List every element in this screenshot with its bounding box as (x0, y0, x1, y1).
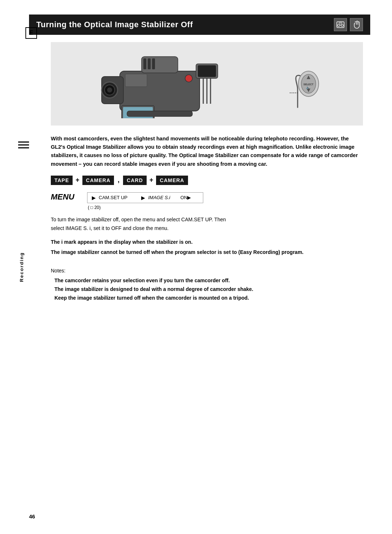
header-icons (334, 18, 363, 31)
svg-rect-19 (148, 58, 151, 69)
menu-label: MENU (51, 192, 80, 202)
plus-1: + (75, 176, 79, 184)
menu-right-arrow: ▶ (141, 195, 145, 201)
svg-rect-18 (143, 58, 146, 69)
image-si-text: IMAGE S.i (148, 195, 170, 200)
side-label: Recording (19, 252, 24, 282)
notes-section: Notes: The camcorder retains your select… (51, 268, 370, 302)
camera-illustration: SELECT 🔊 (51, 42, 363, 126)
menu-box: ▶ CAM.SET UP ▶ IMAGE S.i ON▶ (87, 192, 203, 203)
plus-2: + (150, 176, 154, 184)
body-text: With most camcorders, even the slightest… (51, 135, 363, 168)
cam-set-up-text: CAM.SET UP (99, 195, 127, 200)
svg-rect-11 (142, 57, 178, 73)
tape-label: TAPE (51, 176, 73, 185)
formula-row: TAPE + CAMERA , CARD + CAMERA (51, 176, 370, 185)
menu-content: ▶ CAM.SET UP ▶ IMAGE S.i ON▶ ( □ 20) (87, 192, 203, 210)
camera-1-label: CAMERA (82, 176, 114, 185)
notes-item-1: The camcorder retains your selection eve… (54, 276, 370, 285)
svg-rect-10 (198, 65, 216, 77)
e-badge: E (25, 27, 37, 39)
svg-rect-20 (152, 58, 155, 69)
svg-rect-21 (125, 74, 147, 87)
svg-point-1 (338, 24, 340, 26)
page-number: 46 (29, 513, 35, 519)
page-title: Turning the Optical Image Stabilizer Off (36, 20, 193, 29)
svg-rect-3 (339, 22, 342, 24)
page-header: Turning the Optical Image Stabilizer Off (29, 15, 370, 35)
page-container: Recording Turning the Optical Image Stab… (0, 0, 392, 534)
svg-point-8 (107, 87, 112, 93)
svg-rect-22 (127, 111, 192, 116)
svg-text:SELECT: SELECT (303, 83, 314, 86)
instructions-bold1: The i mark appears in the display when t… (51, 238, 370, 247)
menu-section: MENU ▶ CAM.SET UP ▶ IMAGE S.i ON▶ ( □ 20… (51, 192, 370, 210)
card-label: CARD (123, 176, 146, 185)
svg-text:🔊: 🔊 (306, 86, 310, 89)
camera-image-area: SELECT 🔊 (51, 42, 363, 126)
svg-point-14 (185, 75, 192, 82)
menu-page-ref: ( □ 20) (88, 205, 203, 210)
instructions-bold2: The image stabilizer cannot be turned of… (51, 248, 370, 257)
notes-item-2: The image stabilizer is designed to deal… (54, 285, 370, 294)
menu-left-arrow: ▶ (92, 195, 96, 201)
tape-icon (334, 18, 347, 31)
select-wheel-svg: SELECT 🔊 (279, 57, 323, 111)
on-arrow-text: ON▶ (180, 195, 191, 200)
side-decoration (18, 141, 29, 148)
notes-label: Notes: (51, 268, 370, 274)
instructions-line1: To turn the image stabilizer off, open t… (51, 215, 370, 233)
camcorder-svg (91, 49, 265, 118)
comma-separator: , (118, 176, 119, 184)
hand-icon (350, 18, 363, 31)
camera-2-label: CAMERA (156, 176, 188, 185)
notes-item-3: Keep the image stabilizer turned off whe… (54, 294, 370, 303)
svg-point-2 (341, 24, 343, 26)
